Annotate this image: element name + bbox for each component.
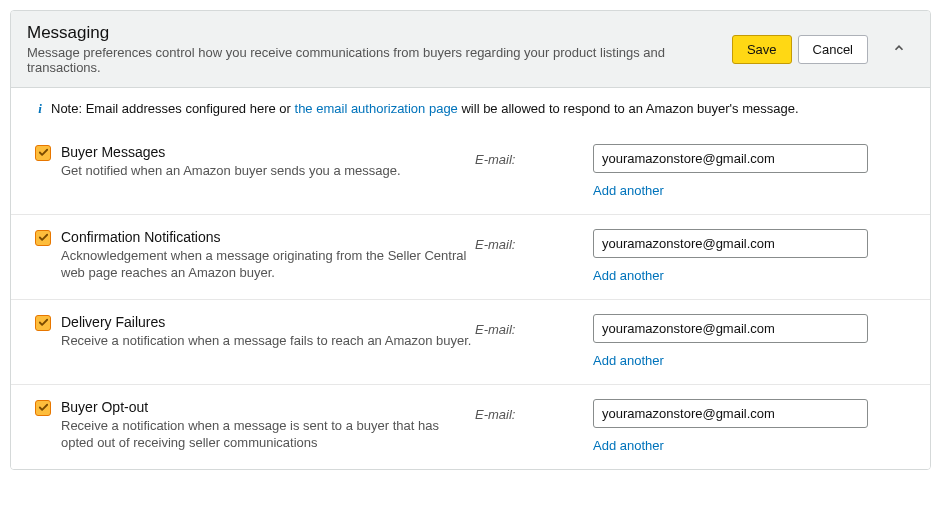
setting-text: Buyer Opt-out Receive a notification whe… (61, 399, 475, 453)
messaging-panel: Messaging Message preferences control ho… (10, 10, 931, 470)
email-label: E-mail: (475, 399, 593, 453)
email-label: E-mail: (475, 314, 593, 368)
panel-actions: Save Cancel (732, 34, 914, 64)
checkmark-icon (38, 146, 49, 161)
cancel-button[interactable]: Cancel (798, 35, 868, 64)
setting-text: Delivery Failures Receive a notification… (61, 314, 475, 368)
note-prefix: Note: Email addresses configured here or (51, 101, 295, 116)
email-label: E-mail: (475, 144, 593, 198)
checkbox-delivery-failures[interactable] (35, 315, 51, 331)
panel-title: Messaging (27, 23, 716, 43)
note-suffix: will be allowed to respond to an Amazon … (458, 101, 799, 116)
panel-body: i Note: Email addresses configured here … (11, 88, 930, 469)
setting-right: Add another (593, 314, 893, 368)
setting-text: Buyer Messages Get notified when an Amaz… (61, 144, 475, 198)
save-button[interactable]: Save (732, 35, 792, 64)
note-text: Note: Email addresses configured here or… (51, 100, 799, 118)
add-another-link[interactable]: Add another (593, 353, 664, 368)
panel-header: Messaging Message preferences control ho… (11, 11, 930, 88)
setting-left: Confirmation Notifications Acknowledgeme… (35, 229, 475, 283)
panel-subtitle: Message preferences control how you rece… (27, 45, 716, 75)
info-icon: i (35, 100, 45, 118)
note-row: i Note: Email addresses configured here … (11, 88, 930, 130)
add-another-link[interactable]: Add another (593, 268, 664, 283)
setting-desc: Receive a notification when a message is… (61, 417, 475, 451)
add-another-link[interactable]: Add another (593, 438, 664, 453)
email-input-buyer-messages[interactable] (593, 144, 868, 173)
email-input-delivery-failures[interactable] (593, 314, 868, 343)
chevron-up-icon (892, 41, 906, 58)
setting-title: Buyer Opt-out (61, 399, 475, 415)
setting-row-buyer-messages: Buyer Messages Get notified when an Amaz… (11, 130, 930, 215)
email-authorization-link[interactable]: the email authorization page (295, 101, 458, 116)
email-input-buyer-opt-out[interactable] (593, 399, 868, 428)
setting-row-confirmation-notifications: Confirmation Notifications Acknowledgeme… (11, 215, 930, 300)
setting-left: Buyer Opt-out Receive a notification whe… (35, 399, 475, 453)
email-input-confirmation-notifications[interactable] (593, 229, 868, 258)
checkbox-buyer-opt-out[interactable] (35, 400, 51, 416)
setting-title: Buyer Messages (61, 144, 475, 160)
checkbox-confirmation-notifications[interactable] (35, 230, 51, 246)
setting-left: Buyer Messages Get notified when an Amaz… (35, 144, 475, 198)
setting-desc: Get notified when an Amazon buyer sends … (61, 162, 475, 179)
checkmark-icon (38, 401, 49, 416)
setting-right: Add another (593, 144, 893, 198)
add-another-link[interactable]: Add another (593, 183, 664, 198)
setting-right: Add another (593, 229, 893, 283)
setting-desc: Acknowledgement when a message originati… (61, 247, 475, 281)
setting-title: Delivery Failures (61, 314, 475, 330)
checkmark-icon (38, 231, 49, 246)
setting-right: Add another (593, 399, 893, 453)
checkbox-buyer-messages[interactable] (35, 145, 51, 161)
collapse-toggle[interactable] (884, 34, 914, 64)
setting-left: Delivery Failures Receive a notification… (35, 314, 475, 368)
checkmark-icon (38, 316, 49, 331)
email-label: E-mail: (475, 229, 593, 283)
setting-title: Confirmation Notifications (61, 229, 475, 245)
panel-title-wrap: Messaging Message preferences control ho… (27, 23, 716, 75)
setting-desc: Receive a notification when a message fa… (61, 332, 475, 349)
setting-row-delivery-failures: Delivery Failures Receive a notification… (11, 300, 930, 385)
setting-text: Confirmation Notifications Acknowledgeme… (61, 229, 475, 283)
setting-row-buyer-opt-out: Buyer Opt-out Receive a notification whe… (11, 385, 930, 469)
